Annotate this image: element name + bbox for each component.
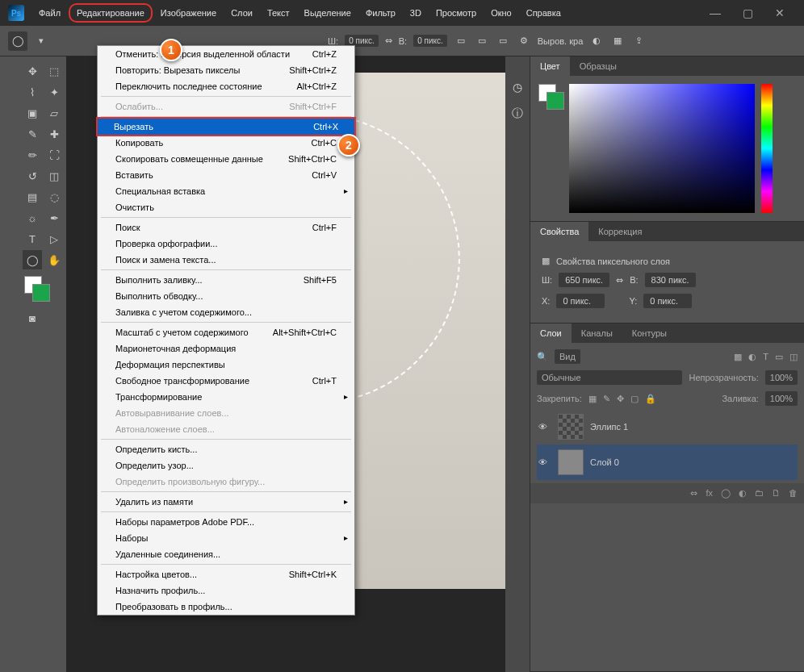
menu-3d[interactable]: 3D [404, 3, 428, 23]
opacity-input[interactable]: 100% [765, 370, 798, 385]
mask-icon[interactable]: ◐ [589, 34, 604, 48]
frame-tool[interactable]: ▱ [44, 103, 64, 123]
link-icon[interactable]: ⇔ [385, 35, 392, 46]
menu-текст[interactable]: Текст [261, 3, 296, 23]
layer-row[interactable]: 👁 Эллипс 1 [537, 409, 798, 445]
menu-item[interactable]: Повторить: Вырезать пикселыShift+Ctrl+Z [98, 62, 354, 78]
menu-item[interactable]: Трансформирование [98, 389, 354, 405]
menu-item[interactable]: КопироватьCtrl+C [98, 135, 354, 151]
blur-tool[interactable]: ◌ [44, 187, 64, 207]
menu-item[interactable]: ПоискCtrl+F [98, 219, 354, 236]
menu-item[interactable]: Скопировать совмещенные данныеShift+Ctrl… [98, 151, 354, 167]
menu-item[interactable]: ВырезатьCtrl+X [96, 117, 356, 136]
chevron-down-icon[interactable]: ▾ [34, 34, 48, 48]
menu-item[interactable]: Марионеточная деформация [98, 340, 354, 357]
fg-bg-swatch[interactable] [538, 84, 563, 108]
path-select-tool[interactable]: ▷ [44, 229, 64, 248]
layer-name[interactable]: Эллипс 1 [590, 422, 628, 432]
filter-adjust-icon[interactable]: ◐ [748, 352, 756, 362]
adjustment-icon[interactable]: ◐ [739, 488, 747, 499]
menu-слои[interactable]: Слои [224, 3, 259, 23]
group-icon[interactable]: 🗀 [755, 488, 764, 499]
blend-mode-select[interactable]: Обычные [537, 370, 682, 385]
shape-tool[interactable]: ◯ [23, 250, 42, 269]
prop-h-value[interactable]: 830 пикс. [645, 273, 696, 287]
menu-item[interactable]: Отменить: Инверсия выделенной областиCtr… [98, 46, 354, 62]
hand-tool[interactable]: ✋ [44, 250, 64, 269]
mask-icon[interactable]: ◯ [721, 488, 731, 499]
link-icon[interactable]: ⇔ [616, 275, 623, 286]
path-ops-icon[interactable]: ▭ [496, 34, 510, 48]
layer-row[interactable]: 👁 Слой 0 [537, 445, 798, 480]
menu-item[interactable]: Определить узор... [98, 457, 354, 474]
dodge-tool[interactable]: ☼ [23, 208, 42, 227]
tab-channels[interactable]: Каналы [572, 323, 622, 343]
quick-mask-icon[interactable]: ◙ [23, 308, 42, 328]
lasso-tool[interactable]: ⌇ [23, 82, 42, 102]
menu-item[interactable]: ВставитьCtrl+V [98, 167, 354, 183]
menu-справка[interactable]: Справка [520, 3, 567, 23]
lock-artboard-icon[interactable]: ▢ [630, 394, 639, 404]
history-icon[interactable]: ◷ [513, 81, 522, 94]
close-button[interactable]: ✕ [764, 6, 796, 19]
menu-окно[interactable]: Окно [484, 3, 518, 23]
brush-tool[interactable]: ✏ [23, 145, 42, 165]
gear-icon[interactable]: ⚙ [517, 34, 531, 48]
menu-item[interactable]: Проверка орфографии... [98, 236, 354, 252]
pixel-mode-icon[interactable]: ▦ [610, 34, 625, 48]
crop-tool[interactable]: ▣ [23, 103, 42, 123]
eyedropper-tool[interactable]: ✎ [23, 124, 42, 144]
layer-filter-select[interactable]: Вид [555, 349, 580, 364]
menu-item[interactable]: Удалить из памяти [98, 494, 354, 510]
menu-item[interactable]: Назначить профиль... [98, 582, 354, 599]
fill-input[interactable]: 100% [765, 391, 798, 406]
align-left-icon[interactable]: ▭ [454, 34, 468, 48]
tab-adjustments[interactable]: Коррекция [588, 222, 651, 241]
align-center-icon[interactable]: ▭ [475, 34, 489, 48]
eraser-tool[interactable]: ◫ [44, 166, 64, 186]
menu-просмотр[interactable]: Просмотр [429, 3, 483, 23]
menu-item[interactable]: Заливка с учетом содержимого... [98, 304, 354, 320]
layer-name[interactable]: Слой 0 [590, 457, 619, 467]
filter-shape-icon[interactable]: ▭ [775, 352, 783, 362]
search-icon[interactable]: 🔍 [537, 352, 548, 362]
minimize-button[interactable]: — [699, 6, 731, 19]
stamp-tool[interactable]: ⛶ [44, 145, 64, 165]
tab-layers[interactable]: Слои [530, 323, 572, 343]
tab-color[interactable]: Цвет [530, 56, 570, 76]
info-icon[interactable]: ⓘ [512, 106, 523, 121]
menu-item[interactable]: Переключить последнее состояниеAlt+Ctrl+… [98, 78, 354, 94]
filter-smart-icon[interactable]: ◫ [789, 352, 798, 362]
fx-icon[interactable]: fx [706, 488, 713, 499]
color-swatches[interactable] [23, 271, 65, 307]
menu-item[interactable]: Очистить [98, 199, 354, 215]
tab-paths[interactable]: Контуры [622, 323, 676, 343]
menu-item[interactable]: Масштаб с учетом содержимогоAlt+Shift+Ct… [98, 324, 354, 340]
menu-item[interactable]: Преобразовать в профиль... [98, 599, 354, 615]
menu-item[interactable]: Наборы [98, 530, 354, 546]
prop-x-value[interactable]: 0 пикс. [556, 294, 605, 308]
artboard-tool[interactable]: ⬚ [44, 61, 64, 81]
share-icon[interactable]: ⇪ [631, 34, 646, 48]
filter-type-icon[interactable]: T [763, 352, 768, 361]
menu-item[interactable]: Поиск и замена текста... [98, 252, 354, 268]
lock-all-icon[interactable]: 🔒 [645, 394, 656, 404]
tab-properties[interactable]: Свойства [530, 222, 588, 241]
menu-item[interactable]: Выполнить обводку... [98, 288, 354, 304]
lock-transparency-icon[interactable]: ▦ [588, 394, 597, 404]
heal-tool[interactable]: ✚ [44, 124, 64, 144]
lock-paint-icon[interactable]: ✎ [603, 394, 610, 404]
lock-position-icon[interactable]: ✥ [617, 394, 624, 404]
pen-tool[interactable]: ✒ [44, 208, 64, 227]
color-field[interactable] [569, 84, 755, 213]
menu-item[interactable]: Определить кисть... [98, 441, 354, 457]
history-brush-tool[interactable]: ↺ [23, 166, 42, 186]
gradient-tool[interactable]: ▤ [23, 187, 42, 207]
visibility-icon[interactable]: 👁 [538, 457, 551, 467]
menu-файл[interactable]: Файл [32, 3, 67, 23]
menu-item[interactable]: Удаленные соединения... [98, 546, 354, 562]
prop-y-value[interactable]: 0 пикс. [643, 294, 692, 308]
maximize-button[interactable]: ▢ [731, 6, 764, 19]
ellipse-tool-icon[interactable]: ◯ [8, 31, 27, 51]
filter-pixel-icon[interactable]: ▩ [734, 352, 742, 362]
